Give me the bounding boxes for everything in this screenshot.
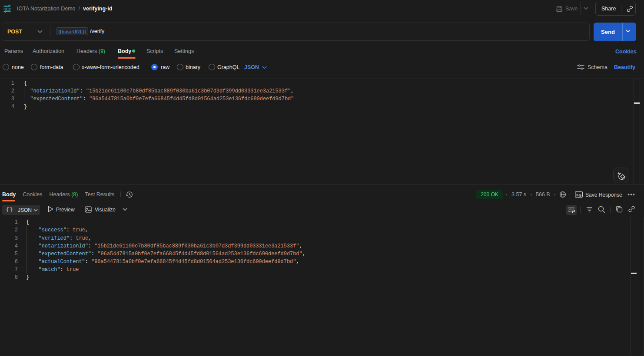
svg-text:HTTP: HTTP: [4, 7, 11, 11]
svg-text:e.g.: e.g.: [576, 193, 582, 197]
